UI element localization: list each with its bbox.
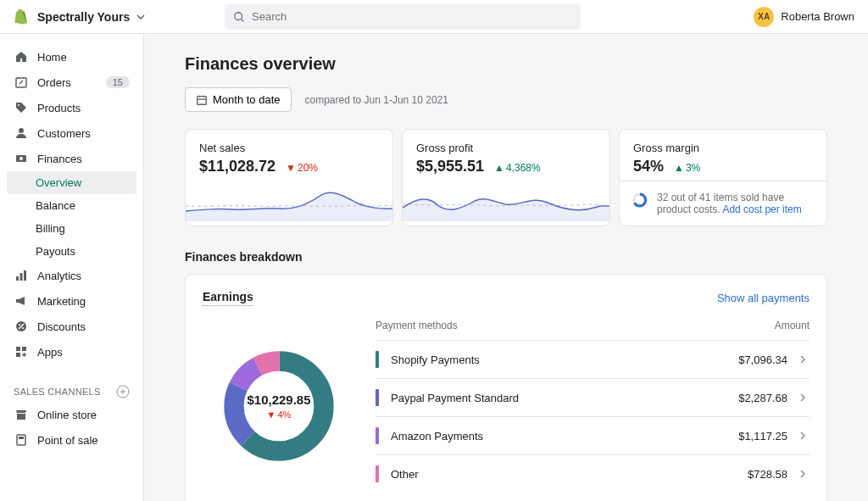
card-value: $11,028.72: [199, 158, 275, 175]
method-amount: $7,096.34: [738, 353, 787, 366]
svg-rect-19: [198, 96, 207, 104]
discount-icon: [14, 319, 29, 334]
earnings-donut: $10,229.85 ▼ 4%: [203, 320, 355, 493]
svg-rect-14: [22, 347, 26, 351]
svg-rect-7: [16, 276, 19, 281]
donut-delta: ▼ 4%: [267, 409, 292, 420]
chevron-right-icon: [796, 391, 810, 404]
search-icon: [233, 11, 245, 23]
apps-icon: [14, 344, 29, 359]
orders-icon: [14, 75, 29, 90]
svg-rect-9: [24, 270, 26, 281]
nav-balance[interactable]: Balance: [0, 194, 143, 217]
add-cost-link[interactable]: Add cost per item: [722, 203, 801, 215]
method-amount: $1,117.25: [738, 430, 787, 443]
nav-finances[interactable]: Finances: [0, 146, 143, 171]
home-icon: [14, 49, 29, 64]
payment-method-row[interactable]: Other$728.58: [376, 454, 810, 493]
nav-payouts[interactable]: Payouts: [0, 240, 143, 263]
delta-up: ▲ 4,368%: [494, 162, 541, 174]
card-label: Net sales: [199, 142, 379, 154]
svg-rect-15: [16, 353, 20, 357]
add-channel-icon[interactable]: [116, 385, 130, 398]
analytics-icon: [14, 268, 29, 283]
breakdown-title: Finances breakdown: [185, 250, 827, 264]
svg-point-3: [18, 104, 19, 106]
topbar: Spectrally Yours XA Roberta Brown: [0, 0, 868, 34]
card-label: Gross margin: [633, 142, 813, 154]
calendar-icon: [196, 94, 208, 106]
chevron-right-icon: [796, 429, 810, 443]
col-methods: Payment methods: [376, 320, 458, 331]
main-content: Finances overview Month to date compared…: [144, 34, 868, 501]
method-name: Amazon Payments: [391, 430, 738, 443]
user-name: Roberta Brown: [781, 10, 854, 23]
earnings-title: Earnings: [203, 290, 253, 306]
method-color-bar: [376, 389, 379, 406]
user-menu[interactable]: XA Roberta Brown: [754, 7, 854, 27]
svg-point-4: [19, 128, 24, 133]
method-color-bar: [376, 427, 379, 444]
nav-billing[interactable]: Billing: [0, 217, 143, 240]
svg-point-0: [235, 12, 242, 19]
nav-pos[interactable]: Point of sale: [0, 427, 143, 453]
method-color-bar: [376, 351, 379, 368]
svg-point-11: [19, 324, 20, 326]
avatar: XA: [754, 7, 774, 27]
svg-rect-13: [16, 347, 20, 351]
sparkline: [186, 181, 392, 221]
method-name: Paypal Payment Standard: [391, 392, 738, 404]
search-bar[interactable]: [225, 4, 581, 30]
nav-apps[interactable]: Apps: [0, 339, 143, 365]
nav-marketing[interactable]: Marketing: [0, 288, 143, 314]
show-all-payments-link[interactable]: Show all payments: [717, 292, 810, 304]
sales-channels-header: SALES CHANNELS: [0, 378, 143, 402]
svg-rect-18: [19, 437, 24, 439]
date-range-button[interactable]: Month to date: [185, 87, 292, 112]
net-sales-card[interactable]: Net sales $11,028.72 ▼ 20%: [185, 129, 393, 226]
delta-down: ▼ 20%: [286, 162, 318, 174]
delta-up: ▲ 3%: [674, 162, 700, 174]
payment-method-row[interactable]: Paypal Payment Standard$2,287.68: [376, 378, 810, 416]
nav-discounts[interactable]: Discounts: [0, 314, 143, 339]
nav-orders[interactable]: Orders15: [0, 70, 143, 95]
info-row: 32 out of 41 items sold have product cos…: [620, 181, 826, 225]
method-name: Shopify Payments: [391, 353, 738, 366]
nav-online-store[interactable]: Online store: [0, 402, 143, 427]
nav-customers[interactable]: Customers: [0, 120, 143, 146]
card-label: Gross profit: [416, 142, 596, 154]
shopify-logo: [14, 8, 31, 25]
sparkline: [403, 181, 609, 221]
card-value: 54%: [633, 158, 664, 175]
store-icon: [14, 407, 29, 422]
col-amount: Amount: [775, 320, 810, 331]
search-input[interactable]: [252, 10, 572, 23]
sidebar: Home Orders15 Products Customers Finance…: [0, 34, 144, 501]
nav-overview[interactable]: Overview: [7, 171, 136, 194]
gross-margin-card[interactable]: Gross margin 54% ▲ 3% 32 out of 41 items…: [619, 129, 827, 226]
donut-total: $10,229.85: [247, 392, 310, 407]
pos-icon: [14, 432, 29, 448]
method-amount: $728.58: [748, 468, 787, 481]
tag-icon: [14, 100, 29, 115]
orders-badge: 15: [106, 76, 130, 88]
finances-icon: [14, 151, 29, 166]
nav-home[interactable]: Home: [0, 44, 143, 70]
store-name[interactable]: Spectrally Yours: [37, 10, 130, 24]
svg-rect-17: [17, 435, 25, 445]
svg-point-6: [19, 157, 23, 160]
chevron-down-icon[interactable]: [136, 13, 145, 21]
method-amount: $2,287.68: [738, 392, 787, 404]
gross-profit-card[interactable]: Gross profit $5,955.51 ▲ 4,368%: [402, 129, 610, 226]
payment-method-row[interactable]: Shopify Payments$7,096.34: [376, 340, 810, 378]
chevron-right-icon: [796, 467, 810, 481]
payment-method-row[interactable]: Amazon Payments$1,117.25: [376, 416, 810, 454]
nav-analytics[interactable]: Analytics: [0, 263, 143, 288]
chevron-right-icon: [796, 353, 810, 366]
method-name: Other: [391, 468, 748, 481]
megaphone-icon: [14, 293, 29, 309]
svg-rect-8: [20, 273, 23, 281]
person-icon: [14, 125, 29, 141]
nav-products[interactable]: Products: [0, 95, 143, 120]
method-color-bar: [376, 465, 379, 482]
